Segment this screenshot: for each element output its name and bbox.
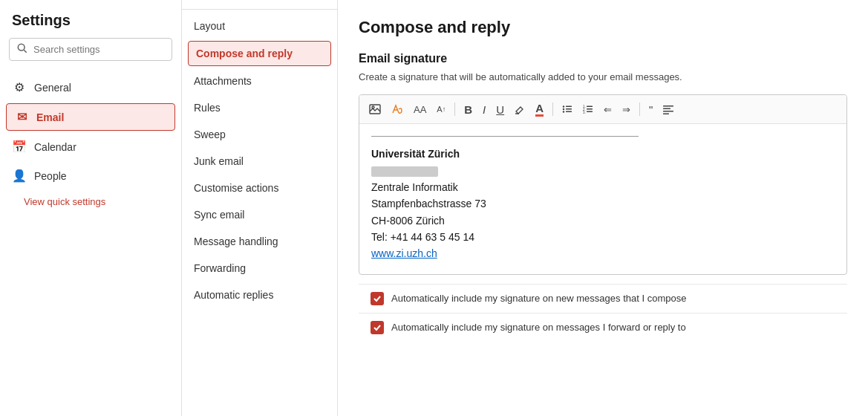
main-content: Compose and reply Email signature Create…: [338, 0, 868, 416]
sig-street: Stampfenbachstrasse 73: [371, 195, 835, 212]
svg-rect-11: [566, 111, 572, 113]
search-input[interactable]: [33, 44, 164, 55]
svg-point-8: [563, 108, 564, 110]
view-quick-settings-link[interactable]: View quick settings: [0, 190, 181, 213]
middle-item-junk-email[interactable]: Junk email: [182, 148, 337, 175]
toolbar-sep1: [454, 103, 455, 116]
svg-text:3.: 3.: [583, 111, 586, 114]
sig-dept: Zentrale Informatik: [371, 179, 835, 195]
svg-point-6: [563, 105, 564, 107]
middle-item-automatic-replies[interactable]: Automatic replies: [182, 282, 337, 308]
toolbar-quote-btn[interactable]: ": [645, 101, 656, 118]
sig-tel: Tel: +41 44 63 5 45 14: [371, 229, 835, 245]
sidebar-item-email[interactable]: ✉ Email: [6, 103, 175, 131]
toolbar-decrease-indent-btn[interactable]: ⇐: [600, 102, 616, 117]
toolbar-sep2: [552, 103, 553, 116]
svg-rect-21: [663, 114, 669, 115]
sidebar-item-calendar-label: Calendar: [34, 141, 76, 153]
middle-column: Layout Compose and reply Attachments Rul…: [182, 0, 338, 416]
toolbar-format-btn[interactable]: [388, 102, 407, 117]
auto-forward-checkbox[interactable]: [371, 321, 384, 334]
auto-new-checkbox[interactable]: [371, 292, 384, 305]
toolbar-increase-indent-btn[interactable]: ⇒: [619, 102, 634, 117]
search-icon: [17, 43, 27, 56]
toolbar-sep3: [639, 103, 640, 116]
sidebar-item-people-label: People: [34, 170, 67, 182]
svg-rect-7: [566, 106, 572, 108]
middle-item-sync-email[interactable]: Sync email: [182, 201, 337, 228]
gear-icon: ⚙: [12, 80, 27, 94]
middle-item-message-handling[interactable]: Message handling: [182, 228, 337, 255]
auto-forward-checkbox-row[interactable]: Automatically include my signature on me…: [359, 313, 847, 342]
sidebar: Settings ⚙ General ✉ Email 📅 Calendar 👤 …: [0, 0, 182, 416]
svg-rect-20: [663, 111, 673, 112]
section-title: Email signature: [359, 52, 847, 65]
svg-point-0: [18, 44, 25, 51]
sig-email: [371, 162, 835, 178]
calendar-icon: 📅: [12, 140, 27, 154]
auto-new-label: Automatically include my signature on ne…: [391, 293, 686, 304]
sig-email-blurred: [371, 166, 438, 177]
svg-rect-19: [663, 108, 670, 110]
sidebar-item-general[interactable]: ⚙ General: [0, 73, 181, 102]
signature-editor: AA A↑ B I U A: [359, 94, 847, 275]
toolbar-font-size-btn[interactable]: AA: [410, 102, 430, 117]
signature-divider: [371, 136, 639, 137]
sidebar-title: Settings: [0, 12, 181, 38]
toolbar-bold-btn[interactable]: B: [460, 101, 476, 118]
search-box[interactable]: [9, 38, 172, 61]
toolbar-font-size-up-btn[interactable]: A↑: [433, 103, 449, 116]
middle-item-attachments[interactable]: Attachments: [182, 68, 337, 94]
page-title: Compose and reply: [359, 18, 847, 37]
sidebar-item-people[interactable]: 👤 People: [0, 161, 181, 190]
email-icon: ✉: [14, 110, 29, 124]
svg-rect-18: [663, 105, 673, 107]
toolbar-italic-btn[interactable]: I: [479, 101, 489, 118]
toolbar-numbering-btn[interactable]: 1. 2. 3.: [579, 102, 597, 117]
toolbar-bullets-btn[interactable]: [558, 102, 576, 117]
sidebar-item-email-label: Email: [36, 111, 64, 123]
toolbar-font-color-btn[interactable]: A: [532, 100, 547, 119]
svg-rect-17: [587, 111, 593, 113]
toolbar-image-btn[interactable]: [365, 102, 385, 117]
toolbar-underline-btn[interactable]: U: [492, 101, 508, 118]
sig-website[interactable]: www.zi.uzh.ch: [371, 245, 835, 261]
sig-city: CH-8006 Zürich: [371, 212, 835, 229]
sidebar-item-general-label: General: [34, 82, 71, 94]
people-icon: 👤: [12, 169, 27, 183]
svg-rect-9: [566, 108, 572, 110]
middle-item-customise-actions[interactable]: Customise actions: [182, 175, 337, 201]
svg-point-10: [563, 111, 564, 112]
middle-item-layout[interactable]: Layout: [182, 13, 337, 39]
middle-item-forwarding[interactable]: Forwarding: [182, 255, 337, 282]
auto-new-checkbox-row[interactable]: Automatically include my signature on ne…: [359, 284, 847, 313]
sig-org: Universität Zürich: [371, 146, 835, 162]
svg-line-1: [24, 50, 27, 53]
auto-forward-label: Automatically include my signature on me…: [391, 322, 686, 333]
signature-body[interactable]: Universität Zürich Zentrale Informatik S…: [359, 124, 846, 274]
section-desc: Create a signature that will be automati…: [359, 71, 847, 82]
sidebar-item-calendar[interactable]: 📅 Calendar: [0, 132, 181, 161]
svg-rect-15: [587, 108, 593, 110]
email-signature-section: Email signature Create a signature that …: [359, 52, 847, 342]
svg-rect-13: [587, 106, 593, 108]
middle-item-compose-reply[interactable]: Compose and reply: [188, 41, 331, 66]
middle-item-sweep[interactable]: Sweep: [182, 121, 337, 148]
toolbar-align-btn[interactable]: [659, 102, 677, 117]
middle-item-rules[interactable]: Rules: [182, 94, 337, 121]
toolbar-highlight-btn[interactable]: [511, 102, 529, 117]
signature-toolbar: AA A↑ B I U A: [359, 95, 846, 124]
